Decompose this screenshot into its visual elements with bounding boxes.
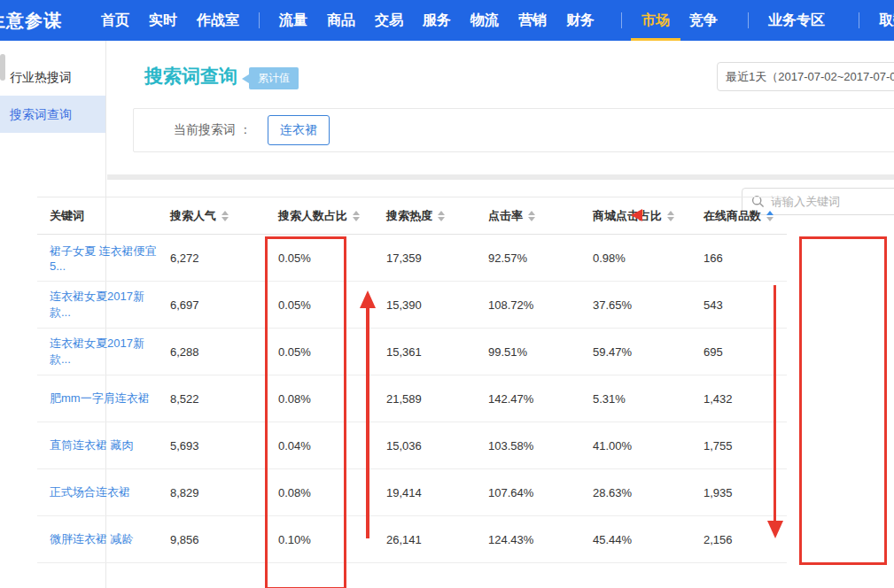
table-row: 正式场合连衣裙8,8290.08%19,414107.64%28.63%1,93…	[37, 469, 787, 516]
keyword-link[interactable]: 连衣裙女夏2017新款...	[50, 337, 144, 366]
nav-item-交易[interactable]: 交易	[375, 0, 403, 41]
metric-cell: 92.57%	[469, 235, 575, 282]
sort-caret-up-icon	[222, 211, 229, 215]
badge-arrow-icon	[242, 74, 249, 83]
metric-cell: 6,697	[159, 282, 238, 329]
nav-separator	[259, 12, 260, 28]
metric-cell: 1,432	[693, 375, 787, 422]
metric-cell: 0.05%	[238, 235, 367, 282]
sort-carets-icon[interactable]	[353, 211, 360, 221]
nav-separator	[859, 12, 859, 28]
column-header-在线商品数[interactable]: 在线商品数	[693, 197, 787, 235]
nav-item-流量[interactable]: 流量	[279, 0, 307, 41]
metric-cell: 142.47%	[469, 375, 575, 422]
sort-caret-up-icon	[353, 211, 360, 215]
keyword-link[interactable]: 正式场合连衣裙	[50, 485, 130, 499]
date-range-text: 最近1天（2017-07-02~2017-07-02	[726, 69, 894, 85]
keyword-link[interactable]: 裙子女夏 连衣裙便宜5...	[50, 244, 157, 273]
table-header-row: 关键词搜索人气搜索人数占比搜索热度点击率商城点击占比在线商品数	[37, 197, 787, 235]
table-row: 微胖连衣裙 减龄9,8560.10%26,141124.43%45.44%2,1…	[37, 516, 787, 563]
metric-cell: 0.08%	[238, 375, 367, 422]
metric-cell: 1,935	[693, 469, 787, 516]
nav-item-营销[interactable]: 营销	[518, 0, 547, 41]
metric-cell: 124.43%	[469, 516, 575, 563]
metric-cell: 107.64%	[469, 469, 575, 516]
metric-cell: 19,414	[367, 469, 469, 516]
keyword-cell: 裙子女夏 连衣裙便宜5...	[37, 235, 159, 282]
sort-caret-down-icon	[528, 217, 535, 221]
column-header-商城点击占比[interactable]: 商城点击占比	[575, 197, 693, 235]
keyword-link[interactable]: 肥mm一字肩连衣裙	[50, 391, 150, 405]
sort-caret-up-icon	[438, 211, 445, 215]
sidebar-item-行业热搜词[interactable]: 行业热搜词	[0, 58, 105, 96]
metric-cell: 1,755	[693, 422, 787, 469]
keyword-link[interactable]: 直筒连衣裙 藏肉	[50, 438, 134, 452]
top-nav: 生意参谋 首页实时作战室流量商品交易服务物流营销财务市场竞争业务专区取数	[0, 0, 894, 41]
metric-cell: 0.04%	[238, 422, 367, 469]
date-range-selector[interactable]: 最近1天（2017-07-02~2017-07-02	[717, 62, 894, 91]
sort-caret-down-icon	[353, 217, 360, 221]
nav-item-商品[interactable]: 商品	[327, 0, 355, 41]
keyword-cell: 正式场合连衣裙	[37, 469, 159, 516]
table-row: 连衣裙女夏2017新款...6,2880.05%15,36199.51%59.4…	[37, 329, 787, 375]
keyword-cell: 微胖连衣裙 减龄	[37, 516, 159, 563]
nav-item-服务[interactable]: 服务	[423, 0, 451, 41]
metric-cell: 59.47%	[575, 329, 693, 375]
nav-item-物流[interactable]: 物流	[470, 0, 499, 41]
column-header-搜索人气[interactable]: 搜索人气	[159, 197, 238, 235]
metric-cell: 17,359	[367, 235, 469, 282]
table-row: 连衣裙女夏2017新款...6,6970.05%15,390108.72%37.…	[37, 282, 787, 329]
metric-cell: 0.10%	[238, 516, 367, 563]
column-header-点击率[interactable]: 点击率	[469, 197, 575, 235]
sort-carets-icon[interactable]	[667, 211, 674, 221]
nav-separator	[621, 12, 622, 28]
nav-item-市场[interactable]: 市场	[641, 0, 670, 41]
sort-caret-up-icon	[667, 211, 674, 215]
metric-cell: 28.63%	[575, 469, 693, 516]
metric-cell: 0.05%	[238, 329, 367, 375]
metric-cell: 99.51%	[469, 329, 575, 375]
column-label: 搜索人气	[170, 208, 216, 224]
sidebar-scrollbar-thumb[interactable]	[0, 54, 5, 81]
current-term-tag[interactable]: 连衣裙	[268, 115, 330, 145]
metric-cell: 103.58%	[469, 422, 575, 469]
page-title: 搜索词查询	[144, 64, 237, 89]
cumulative-badge: 累计值	[242, 67, 299, 89]
metric-cell: 108.72%	[469, 282, 575, 329]
badge-label: 累计值	[249, 67, 299, 89]
metric-cell: 0.08%	[238, 469, 367, 516]
sort-carets-icon[interactable]	[528, 211, 535, 221]
column-header-搜索热度[interactable]: 搜索热度	[367, 197, 469, 235]
metric-cell: 45.44%	[575, 516, 693, 563]
keyword-link[interactable]: 连衣裙女夏2017新款...	[50, 290, 144, 319]
metric-cell: 15,390	[367, 282, 469, 329]
metric-cell: 166	[693, 235, 787, 282]
sidebar-item-搜索词查询[interactable]: 搜索词查询	[0, 96, 105, 133]
nav-item-作战室[interactable]: 作战室	[197, 0, 239, 41]
metric-cell: 15,361	[367, 329, 469, 375]
metric-cell: 8,522	[159, 375, 238, 422]
column-label: 关键词	[50, 208, 84, 224]
nav-item-财务[interactable]: 财务	[566, 0, 595, 41]
column-header-关键词: 关键词	[37, 197, 159, 235]
keyword-table: 关键词搜索人气搜索人数占比搜索热度点击率商城点击占比在线商品数 裙子女夏 连衣裙…	[37, 197, 787, 563]
metric-cell: 6,288	[159, 329, 238, 375]
column-label: 搜索热度	[386, 208, 432, 224]
sort-carets-icon[interactable]	[222, 211, 229, 221]
nav-item-实时[interactable]: 实时	[149, 0, 177, 41]
nav-item-竞争[interactable]: 竞争	[689, 0, 718, 41]
column-header-搜索人数占比[interactable]: 搜索人数占比	[238, 197, 367, 235]
sort-caret-down-icon	[222, 217, 229, 221]
metric-cell: 41.00%	[575, 422, 693, 469]
nav-item-首页[interactable]: 首页	[101, 0, 129, 41]
keyword-link[interactable]: 微胖连衣裙 减龄	[50, 532, 134, 545]
sort-carets-icon[interactable]	[438, 211, 445, 221]
column-label: 商城点击占比	[593, 208, 662, 224]
sort-carets-icon[interactable]	[766, 211, 774, 221]
nav-item-取数[interactable]: 取数	[879, 0, 894, 41]
metric-cell: 543	[693, 282, 787, 329]
nav-separator	[748, 12, 749, 28]
table-row: 肥mm一字肩连衣裙8,5220.08%21,589142.47%5.31%1,4…	[37, 375, 787, 422]
nav-item-业务专区[interactable]: 业务专区	[768, 0, 825, 41]
table-row: 裙子女夏 连衣裙便宜5...6,2720.05%17,35992.57%0.98…	[37, 235, 787, 282]
